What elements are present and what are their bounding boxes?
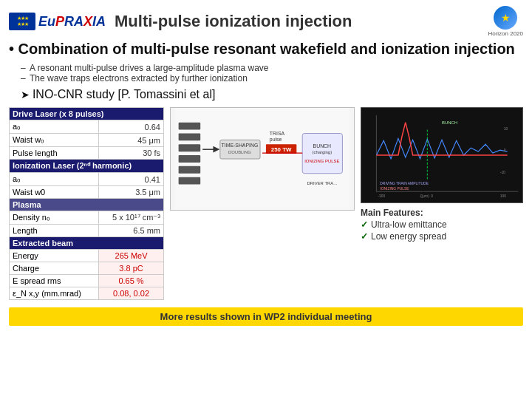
table-row: Density n₀ 5 x 10¹⁷ cm⁻³ xyxy=(10,211,164,225)
param-value: 3.5 μm xyxy=(99,186,164,199)
eu-stars: ★★★★★★ xyxy=(17,16,28,27)
svg-rect-4 xyxy=(179,155,201,163)
wave-plot-svg: BUNCH -300 0 100 ζ(μm) 10 0 -10 DRIVING … xyxy=(361,108,522,202)
svg-rect-1 xyxy=(179,123,201,130)
diagram-col: TIME-SHAPING DOUBLING TRISA pulse 250 TW… xyxy=(170,107,355,211)
features-title: Main Features: xyxy=(361,208,523,218)
svg-text:100: 100 xyxy=(500,194,506,198)
svg-text:250 TW: 250 TW xyxy=(271,146,292,153)
svg-text:(charging): (charging) xyxy=(313,150,332,154)
table-row: Pulse length 30 fs xyxy=(10,147,164,160)
svg-text:TIME-SHAPING: TIME-SHAPING xyxy=(222,143,259,148)
param-label: a₀ xyxy=(10,173,99,186)
svg-rect-2 xyxy=(179,134,201,141)
svg-text:-10: -10 xyxy=(500,171,505,174)
features-box: Main Features: ✓ Ultra-low emittance ✓ L… xyxy=(361,208,523,243)
svg-text:TRISA: TRISA xyxy=(270,131,285,136)
param-value-highlight: 265 MeV xyxy=(99,250,164,262)
horizon-logo: ★ Horizon 2020 xyxy=(488,6,523,37)
main-content: Combination of multi-pulse resonant wake… xyxy=(0,40,532,304)
param-label: Waist w0 xyxy=(10,186,99,199)
param-label: Length xyxy=(10,225,99,237)
sub-bullets-list: A resonant multi-pulse drives a large-am… xyxy=(21,63,523,83)
arrow-heading: INO-CNR study [P. Tomassini et al] xyxy=(21,88,523,101)
two-col-layout: Drive Laser (x 8 pulses) a₀ 0.64 Waist w… xyxy=(9,107,523,300)
param-value: 0.41 xyxy=(99,173,164,186)
param-label: Waist w₀ xyxy=(10,134,99,147)
param-value-highlight: 0.65 % xyxy=(99,275,164,287)
param-value: 0.64 xyxy=(99,120,164,134)
svg-text:-300: -300 xyxy=(378,194,385,198)
table-row: a₀ 0.64 xyxy=(10,120,164,134)
table-row: Length 6.5 mm xyxy=(10,225,164,237)
param-value-highlight: 0.08, 0.02 xyxy=(99,287,164,300)
right-col: BUNCH -300 0 100 ζ(μm) 10 0 -10 DRIVING … xyxy=(361,107,523,243)
param-value: 30 fs xyxy=(99,147,164,160)
param-label: Density n₀ xyxy=(10,211,99,225)
extbeam-label: Extracted beam xyxy=(10,237,164,250)
page-title: Multi-pulse ionization injection xyxy=(115,12,479,31)
svg-text:IONIZING PULSE: IONIZING PULSE xyxy=(304,159,339,163)
plasma-wave-plot: BUNCH -300 0 100 ζ(μm) 10 0 -10 DRIVING … xyxy=(361,107,523,203)
svg-text:IONIZING PULSE: IONIZING PULSE xyxy=(380,187,409,191)
svg-text:DOUBLING: DOUBLING xyxy=(228,150,251,154)
svg-text:BUNCH: BUNCH xyxy=(313,143,331,149)
param-label: Charge xyxy=(10,262,99,275)
param-label: E spread rms xyxy=(10,275,99,287)
main-heading: Combination of multi-pulse resonant wake… xyxy=(9,40,523,58)
svg-text:0: 0 xyxy=(504,149,506,152)
eu-flag: ★★★★★★ xyxy=(9,13,35,30)
feature-item-1: ✓ Ultra-low emittance xyxy=(361,219,523,230)
svg-text:BUNCH: BUNCH xyxy=(442,120,457,125)
sub-bullet-1: A resonant multi-pulse drives a large-am… xyxy=(21,63,523,73)
eupraxia-logo: ★★★★★★ EuPRAXIA xyxy=(9,13,106,30)
table-row: Charge 3.8 pC xyxy=(10,262,164,275)
drive-laser-header: Drive Laser (x 8 pulses) xyxy=(10,108,164,120)
table-row: E spread rms 0.65 % xyxy=(10,275,164,287)
table-row: ε_N x,y (mm.mrad) 0.08, 0.02 xyxy=(10,287,164,300)
plasma-header: Plasma xyxy=(10,199,164,211)
svg-rect-5 xyxy=(179,166,201,174)
ion-laser-label: Ionization Laser (2ⁿᵈ harmonic) xyxy=(10,160,164,173)
param-label: Energy xyxy=(10,250,99,262)
feature-item-2: ✓ Low energy spread xyxy=(361,231,523,242)
param-value-highlight: 3.8 pC xyxy=(99,262,164,275)
parameter-table: Drive Laser (x 8 pulses) a₀ 0.64 Waist w… xyxy=(9,107,164,300)
param-value: 45 μm xyxy=(99,134,164,147)
beam-diagram-svg: TIME-SHAPING DOUBLING TRISA pulse 250 TW… xyxy=(171,108,354,210)
svg-text:10: 10 xyxy=(504,127,508,131)
table-row: Waist w₀ 45 μm xyxy=(10,134,164,147)
plasma-label: Plasma xyxy=(10,199,164,211)
sub-bullet-2: The wave traps electrons extracted by fu… xyxy=(21,73,523,83)
svg-text:pulse: pulse xyxy=(270,137,282,143)
table-row: Energy 265 MeV xyxy=(10,250,164,262)
param-value: 6.5 mm xyxy=(99,225,164,237)
param-label: a₀ xyxy=(10,120,99,134)
param-label: Pulse length xyxy=(10,147,99,160)
svg-text:ζ(μm): ζ(μm) xyxy=(420,194,429,198)
bottom-banner: More results shown in WP2 individual mee… xyxy=(9,307,523,326)
feature-text-2: Low energy spread xyxy=(371,231,446,242)
svg-text:0: 0 xyxy=(431,194,433,198)
svg-text:DRIVING TRAIN AMPLITUDE: DRIVING TRAIN AMPLITUDE xyxy=(380,182,429,185)
ion-laser-header: Ionization Laser (2ⁿᵈ harmonic) xyxy=(10,160,164,173)
param-value: 5 x 10¹⁷ cm⁻³ xyxy=(99,211,164,225)
parameter-table-col: Drive Laser (x 8 pulses) a₀ 0.64 Waist w… xyxy=(9,107,164,300)
beam-diagram: TIME-SHAPING DOUBLING TRISA pulse 250 TW… xyxy=(170,107,355,211)
table-row: a₀ 0.41 xyxy=(10,173,164,186)
feature-text-1: Ultra-low emittance xyxy=(371,219,447,230)
svg-rect-3 xyxy=(179,144,201,151)
horizon-circle-icon: ★ xyxy=(494,6,517,30)
eupraxia-text: EuPRAXIA xyxy=(38,14,106,30)
svg-rect-6 xyxy=(179,177,201,185)
svg-text:DRIVER TRA...: DRIVER TRA... xyxy=(307,181,338,185)
horizon-star-icon: ★ xyxy=(501,12,511,24)
table-row: Waist w0 3.5 μm xyxy=(10,186,164,199)
checkmark-icon-1: ✓ xyxy=(361,219,368,230)
param-label: ε_N x,y (mm.mrad) xyxy=(10,287,99,300)
checkmark-icon-2: ✓ xyxy=(361,231,368,242)
header: ★★★★★★ EuPRAXIA Multi-pulse ionization i… xyxy=(0,0,532,40)
extbeam-header: Extracted beam xyxy=(10,237,164,250)
drive-laser-label: Drive Laser (x 8 pulses) xyxy=(10,108,164,120)
horizon-label: Horizon 2020 xyxy=(488,30,523,37)
